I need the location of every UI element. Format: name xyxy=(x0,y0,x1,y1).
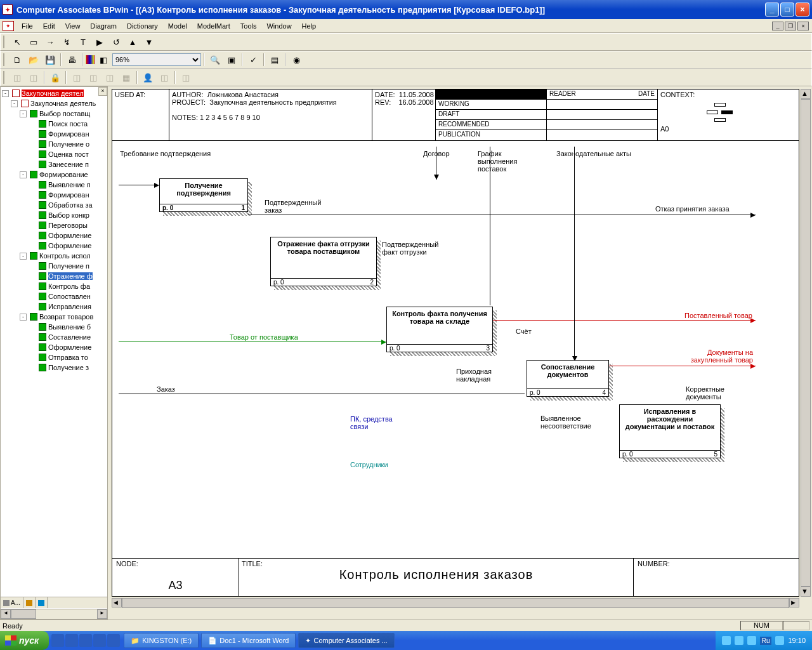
tree-tabs[interactable]: A... xyxy=(1,597,107,608)
zoom-in-button[interactable]: 🔍 xyxy=(207,53,223,67)
mdi-minimize-button[interactable]: _ xyxy=(772,22,783,30)
taskbar: пуск 📁 KINGSTON (E:) 📄 Doc1 - Microsoft … xyxy=(0,631,812,650)
menu-help[interactable]: Help xyxy=(297,21,322,31)
quick-launch[interactable] xyxy=(49,634,122,647)
text-tool[interactable]: T xyxy=(75,35,91,49)
status-num: NUM xyxy=(740,621,783,630)
menu-dictionary[interactable]: Dictionary xyxy=(122,21,163,31)
menu-diagram[interactable]: Diagram xyxy=(85,21,122,31)
tree-node[interactable]: Оценка пост xyxy=(2,149,106,159)
minimize-button[interactable]: _ xyxy=(765,3,779,17)
language-indicator[interactable]: Ru xyxy=(760,637,772,645)
menu-modelmart[interactable]: ModelMart xyxy=(192,21,235,31)
maximize-button[interactable]: □ xyxy=(780,3,794,17)
canvas-scrollbar-h[interactable]: ◄► xyxy=(112,598,799,608)
open-button[interactable]: 📂 xyxy=(26,53,41,67)
tree-node[interactable]: Составление xyxy=(2,332,106,342)
tree-node[interactable]: -Закупочная деятель xyxy=(2,98,106,109)
spellcheck-button[interactable]: ✓ xyxy=(246,53,261,67)
start-button[interactable]: пуск xyxy=(0,631,49,650)
report-button[interactable] xyxy=(86,55,95,64)
close-button[interactable]: × xyxy=(796,3,809,17)
label-pk: ПК, средства связи xyxy=(350,415,395,430)
play-tool[interactable]: ▶ xyxy=(92,35,107,49)
tree-node[interactable]: Оформление xyxy=(2,342,106,352)
tree-node[interactable]: Формирован xyxy=(2,129,106,139)
system-tray[interactable]: Ru 19:10 xyxy=(716,631,812,650)
tree-node[interactable]: Занесение п xyxy=(2,159,106,169)
tree-node[interactable]: Обработка за xyxy=(2,200,106,210)
label-podz: Подтвержденный заказ xyxy=(265,199,334,214)
tree-node[interactable]: Отражение ф xyxy=(2,271,106,281)
activity-box-4[interactable]: Сопоставление документов p. 04 xyxy=(527,360,609,397)
task-kingston[interactable]: 📁 KINGSTON (E:) xyxy=(124,633,199,648)
stop-button[interactable]: ◧ xyxy=(96,53,111,67)
windows-icon xyxy=(5,635,16,646)
down-tool[interactable]: ▼ xyxy=(141,35,157,49)
mm-btn-7[interactable]: ▦ xyxy=(119,70,134,84)
up-tool[interactable]: ▲ xyxy=(125,35,140,49)
new-button[interactable]: 🗋 xyxy=(10,53,25,67)
tree-node[interactable]: Формирован xyxy=(2,190,106,200)
mm-btn-1[interactable]: ◫ xyxy=(10,70,25,84)
tree-node[interactable]: Выбор конкр xyxy=(2,210,106,220)
menu-tools[interactable]: Tools xyxy=(235,21,262,31)
tree-node[interactable]: Получение з xyxy=(2,362,106,373)
tree-node[interactable]: Оформление xyxy=(2,241,106,251)
mm-btn-4[interactable]: ◫ xyxy=(69,70,84,84)
activity-box-5[interactable]: Исправления в расхождении документации и… xyxy=(619,404,721,458)
tree-node[interactable]: Выявление п xyxy=(2,180,106,190)
activity-box-3[interactable]: Контроль факта получения товара на склад… xyxy=(386,307,493,352)
tree-node[interactable]: -Формирование xyxy=(2,169,106,180)
props-button[interactable]: ◉ xyxy=(289,53,304,67)
mdi-close-button[interactable]: × xyxy=(797,22,809,30)
task-bpwin[interactable]: ✦ Computer Associates ... xyxy=(298,633,394,648)
activity-box-1[interactable]: Получение подтверждения p. 01 xyxy=(159,178,248,212)
menu-edit[interactable]: Edit xyxy=(38,21,60,31)
mm-btn-5[interactable]: ◫ xyxy=(86,70,101,84)
mdi-restore-button[interactable]: ❐ xyxy=(785,22,796,30)
tree-node[interactable]: Сопоставлен xyxy=(2,291,106,302)
mm-btn-9[interactable]: ◫ xyxy=(157,70,172,84)
activity-box-2[interactable]: Отражение факта отгрузки товара поставщи… xyxy=(270,237,377,286)
tree-node[interactable]: Получение о xyxy=(2,139,106,149)
mm-btn-3[interactable]: 🔒 xyxy=(48,70,63,84)
box-tool[interactable]: ▭ xyxy=(26,35,41,49)
tunnel-tool[interactable]: ↯ xyxy=(59,35,74,49)
canvas-scrollbar-v[interactable]: ▲▼ xyxy=(801,89,811,597)
zoom-select[interactable]: 96% xyxy=(112,53,201,66)
tree-node[interactable]: Оформление xyxy=(2,230,106,241)
idef-header: USED AT: AUTHOR: Ложникова Анастасия PRO… xyxy=(112,90,799,141)
zoom-fit-button[interactable]: ▣ xyxy=(224,53,239,67)
tree-node[interactable]: Исправления xyxy=(2,302,106,312)
tree-node[interactable]: -Возврат товаров xyxy=(2,312,106,322)
save-button[interactable]: 💾 xyxy=(43,53,58,67)
menu-view[interactable]: View xyxy=(60,21,86,31)
tree-node[interactable]: Переговоры xyxy=(2,220,106,230)
tree-scrollbar-h[interactable]: ◄► xyxy=(1,609,107,619)
arrow-tool[interactable]: → xyxy=(43,35,58,49)
tree-node[interactable]: Выявление б xyxy=(2,322,106,332)
tree-node[interactable]: Контроль фа xyxy=(2,281,106,291)
undo-tool[interactable]: ↺ xyxy=(108,35,124,49)
menu-model[interactable]: Model xyxy=(163,21,192,31)
print-button[interactable]: 🖶 xyxy=(64,53,79,67)
menu-window[interactable]: Window xyxy=(261,21,296,31)
tree-node[interactable]: -Выбор поставщ xyxy=(2,109,106,119)
menu-file[interactable]: File xyxy=(16,21,38,31)
status-bar: Ready NUM xyxy=(0,620,812,631)
tree-root[interactable]: - Закупочная деятел xyxy=(2,88,106,98)
mm-btn-2[interactable]: ◫ xyxy=(26,70,41,84)
tree-node[interactable]: -Контроль испол xyxy=(2,251,106,261)
tree-node[interactable]: Получение п xyxy=(2,261,106,271)
pointer-tool[interactable]: ↖ xyxy=(10,35,25,49)
diagram-canvas[interactable]: USED AT: AUTHOR: Ложникова Анастасия PRO… xyxy=(112,89,799,597)
mm-btn-6[interactable]: ◫ xyxy=(102,70,117,84)
tree-node[interactable]: Отправка то xyxy=(2,352,106,362)
mm-btn-10[interactable]: ◫ xyxy=(178,70,193,84)
model-explorer-button[interactable]: ▤ xyxy=(267,53,282,67)
tree-node[interactable]: Поиск поста xyxy=(2,119,106,129)
mm-btn-8[interactable]: 👤 xyxy=(140,70,155,84)
task-word[interactable]: 📄 Doc1 - Microsoft Word xyxy=(201,633,296,648)
panel-close-button[interactable]: × xyxy=(98,87,107,96)
